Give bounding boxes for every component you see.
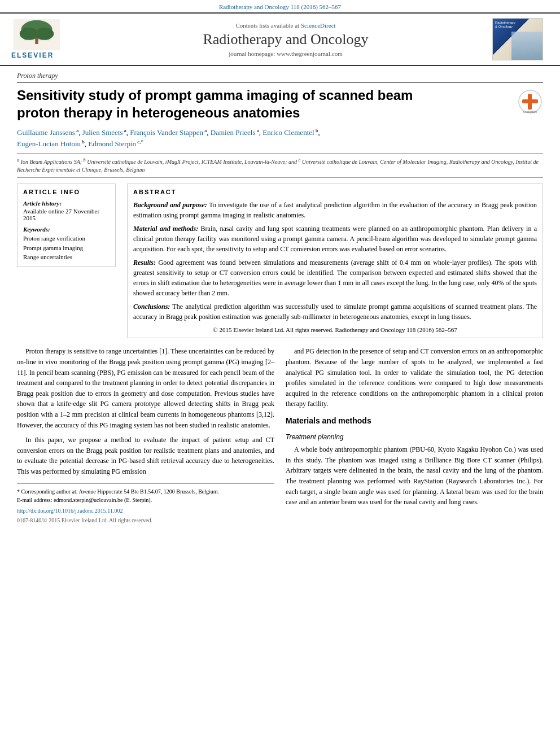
article-title: Sensitivity study of prompt gamma imagin… xyxy=(17,86,457,121)
abstract-copyright: © 2015 Elsevier Ireland Ltd. All rights … xyxy=(133,326,537,333)
abstract-conclusions: Conclusions: The analytical prediction a… xyxy=(133,302,537,322)
keywords-list: Proton range verification Prompt gamma i… xyxy=(23,234,110,262)
corresponding-author: * Corresponding author at: Avenue Hippoc… xyxy=(17,487,274,496)
svg-rect-4 xyxy=(35,38,38,44)
body-col-right: and PG detection in the presence of setu… xyxy=(286,346,543,525)
svg-rect-8 xyxy=(522,99,538,103)
body-para-1: Proton therapy is sensitive to range unc… xyxy=(17,346,274,430)
sciencedirect-link[interactable]: ScienceDirect xyxy=(301,22,336,29)
abstract-methods: Material and methods: Brain, nasal cavit… xyxy=(133,224,537,254)
affiliations: a Ion Beam Applications SA; b Université… xyxy=(17,153,543,178)
main-content: Proton therapy Sensitivity study of prom… xyxy=(0,66,560,530)
body-col-left: Proton therapy is sensitive to range unc… xyxy=(17,346,274,525)
article-info-abstract-row: ARTICLE INFO Article history: Available … xyxy=(17,184,543,338)
article-info-column: ARTICLE INFO Article history: Available … xyxy=(17,184,116,338)
journal-cover-image: Radiotherapy& Oncology xyxy=(492,18,543,60)
article-info-title: ARTICLE INFO xyxy=(23,189,110,195)
contents-line: Contents lists available at ScienceDirec… xyxy=(85,22,487,29)
doi-link[interactable]: http://dx.doi.org/10.1016/j.radonc.2015.… xyxy=(17,506,274,515)
crossmark-badge[interactable]: CrossMark xyxy=(518,89,543,115)
abstract-box: ABSTRACT Background and purpose: To inve… xyxy=(127,184,543,338)
keyword-2: Prompt gamma imaging xyxy=(23,243,110,253)
body-para-2: In this paper, we propose a method to ev… xyxy=(17,435,274,477)
cover-title: Radiotherapy& Oncology xyxy=(495,21,540,29)
abstract-column: ABSTRACT Background and purpose: To inve… xyxy=(127,184,543,338)
cover-decorative xyxy=(511,32,542,60)
elsevier-label: ELSEVIER xyxy=(11,51,54,59)
keyword-3: Range uncertainties xyxy=(23,252,110,262)
elsevier-logo-area: ELSEVIER xyxy=(11,19,79,59)
treatment-planning-subheading: Treatment planning xyxy=(286,432,543,443)
authors-line: Guillaume Janssens a, Julien Smeets a, F… xyxy=(17,127,543,150)
journal-citation-bar: Radiotherapy and Oncology 118 (2016) 562… xyxy=(0,0,560,12)
journal-citation: Radiotherapy and Oncology 118 (2016) 562… xyxy=(219,3,341,10)
abstract-background: Background and purpose: To investigate t… xyxy=(133,200,537,220)
body-para-3: and PG detection in the presence of setu… xyxy=(286,346,543,409)
journal-header: ELSEVIER Contents lists available at Sci… xyxy=(0,12,560,66)
svg-text:CrossMark: CrossMark xyxy=(523,110,537,113)
body-para-4: A whole body anthropomorphic phantom (PB… xyxy=(286,444,543,508)
body-text-columns: Proton therapy is sensitive to range unc… xyxy=(17,346,543,525)
history-label: Article history: xyxy=(23,200,110,207)
keyword-1: Proton range verification xyxy=(23,234,110,243)
journal-homepage: journal homepage: www.thegreenjournal.co… xyxy=(85,50,487,57)
email-address: E-mail address: edmond.sterpin@uclouvain… xyxy=(17,496,274,504)
footnotes-area: * Corresponding author at: Avenue Hippoc… xyxy=(17,483,274,525)
abstract-results: Results: Good agreement was found betwee… xyxy=(133,257,537,298)
article-info-box: ARTICLE INFO Article history: Available … xyxy=(17,184,116,267)
abstract-title: ABSTRACT xyxy=(133,189,537,195)
journal-cover-area: Radiotherapy& Oncology xyxy=(492,18,549,60)
keywords-label: Keywords: xyxy=(23,226,110,233)
title-row: Sensitivity study of prompt gamma imagin… xyxy=(17,86,543,127)
history-value: Available online 27 November 2015 xyxy=(23,208,110,221)
journal-title: Radiotherapy and Oncology xyxy=(85,31,487,48)
journal-header-center: Contents lists available at ScienceDirec… xyxy=(79,22,492,57)
article-section-label: Proton therapy xyxy=(17,72,543,83)
elsevier-tree-icon xyxy=(11,19,62,50)
materials-methods-heading: Materials and methods xyxy=(286,415,543,427)
copyright-footer: 0167-8140/© 2015 Elsevier Ireland Ltd. A… xyxy=(17,516,274,525)
